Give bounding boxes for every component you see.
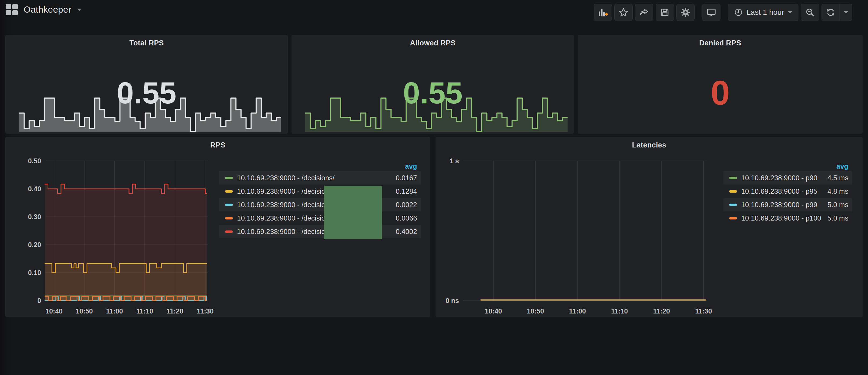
panel-latencies-graph[interactable]: Latencies 10:4010:5011:0011:1011:2011:30… — [436, 137, 863, 317]
stat-value: 0 — [578, 67, 862, 119]
panel-allowed-rps[interactable]: Allowed RPS 0.55 — [291, 35, 574, 133]
legend-row[interactable]: 10.10.69.238:9000 - p1005.0 ms — [723, 211, 852, 225]
legend-avg-value: 0.0066 — [396, 214, 417, 222]
legend-series-color-icon[interactable] — [225, 204, 233, 206]
refresh-button[interactable] — [822, 4, 840, 21]
svg-text:11:00: 11:00 — [569, 307, 586, 315]
panel-total-rps[interactable]: Total RPS 0.55 — [5, 35, 288, 133]
panel-title[interactable]: Denied RPS — [578, 39, 862, 47]
refresh-caret-icon — [844, 11, 848, 14]
time-range-caret-icon — [788, 11, 792, 14]
legend-avg-value: 0.1284 — [396, 187, 417, 195]
legend-series-color-icon[interactable] — [225, 190, 233, 193]
legend-row[interactable]: 10.10.69.238:9000 - p904.5 ms — [723, 171, 852, 185]
legend-avg-value: 0.0022 — [396, 201, 417, 209]
legend-series-label[interactable]: 10.10.69.238:9000 - p99 — [741, 201, 817, 209]
legend-series-label[interactable]: 10.10.69.238:9000 - /decisions/ — [237, 227, 335, 236]
tv-mode-icon — [706, 7, 716, 18]
legend-series-color-icon[interactable] — [225, 177, 233, 179]
legend-series-label[interactable]: 10.10.69.238:9000 - /decisions/ — [237, 187, 335, 195]
add-panel-button[interactable] — [594, 4, 612, 21]
tv-mode-button[interactable] — [702, 4, 720, 21]
svg-text:11:20: 11:20 — [166, 307, 184, 315]
save-icon — [660, 7, 670, 18]
svg-text:11:30: 11:30 — [197, 307, 214, 315]
legend-series-label[interactable]: 10.10.69.238:9000 - /decisions/ — [237, 201, 335, 209]
legend-avg-value: 5.0 ms — [828, 201, 848, 209]
refresh-interval-button[interactable] — [840, 4, 852, 21]
svg-text:10:40: 10:40 — [45, 307, 63, 315]
zoom-out-icon — [805, 7, 815, 18]
legend-row[interactable]: 10.10.69.238:9000 - /decisions/0.0022 — [219, 198, 421, 211]
svg-text:11:20: 11:20 — [653, 307, 670, 315]
legend-row[interactable]: 10.10.69.238:9000 - /decisions/0.1284 — [219, 185, 421, 198]
rps-legend: avg10.10.69.238:9000 - /decisions/0.0167… — [219, 161, 421, 238]
svg-text:1 s: 1 s — [450, 157, 459, 165]
gear-icon — [680, 7, 691, 18]
svg-text:11:00: 11:00 — [106, 307, 123, 315]
legend-series-label[interactable]: 10.10.69.238:9000 - p100 — [741, 214, 821, 222]
legend-row[interactable]: 10.10.69.238:9000 - /decisions/0.4002 — [219, 225, 421, 238]
legend-avg-value: 0.0167 — [396, 174, 417, 182]
panel-title[interactable]: Latencies — [436, 141, 862, 149]
svg-text:0.10: 0.10 — [28, 269, 41, 276]
dashboard-picker-icon[interactable] — [6, 4, 18, 15]
stat-value: 0.55 — [6, 73, 287, 113]
panel-denied-rps[interactable]: Denied RPS 0 — [578, 35, 863, 133]
legend-series-color-icon[interactable] — [225, 217, 233, 219]
svg-text:0.40: 0.40 — [28, 185, 41, 193]
legend-row[interactable]: 10.10.69.238:9000 - p995.0 ms — [723, 198, 852, 211]
legend-avg-value: 0.4002 — [396, 227, 417, 236]
legend-row[interactable]: 10.10.69.238:9000 - /decisions/0.0066 — [219, 211, 421, 225]
legend-series-color-icon[interactable] — [729, 177, 737, 179]
panel-rps-graph[interactable]: RPS 10:4010:5011:0011:1011:2011:3000.100… — [5, 137, 430, 317]
legend-avg-value: 4.8 ms — [828, 187, 848, 195]
legend-avg-header[interactable]: avg — [219, 161, 421, 171]
svg-text:0 ns: 0 ns — [445, 297, 459, 304]
legend-avg-header[interactable]: avg — [723, 161, 852, 171]
share-button[interactable] — [635, 4, 653, 21]
svg-text:0.50: 0.50 — [28, 157, 41, 165]
refresh-icon — [826, 7, 836, 18]
svg-text:10:50: 10:50 — [527, 307, 544, 315]
dashboard-title-caret-icon[interactable] — [77, 9, 82, 11]
svg-text:10:50: 10:50 — [76, 307, 93, 315]
svg-text:0: 0 — [37, 297, 41, 304]
legend-series-color-icon[interactable] — [729, 190, 737, 193]
svg-text:11:10: 11:10 — [136, 307, 153, 315]
legend-series-label[interactable]: 10.10.69.238:9000 - /decisions/ — [237, 174, 335, 182]
legend-row[interactable]: 10.10.69.238:9000 - /decisions/0.0167 — [219, 171, 421, 185]
legend-series-color-icon[interactable] — [729, 217, 737, 219]
svg-text:10:40: 10:40 — [485, 307, 502, 315]
legend-avg-value: 5.0 ms — [828, 214, 848, 222]
green-overlay — [324, 186, 382, 239]
share-icon — [639, 7, 649, 18]
star-button[interactable] — [614, 4, 632, 21]
panel-title[interactable]: Allowed RPS — [292, 39, 574, 47]
add-panel-icon — [597, 7, 608, 18]
star-icon — [618, 7, 628, 18]
legend-series-label[interactable]: 10.10.69.238:9000 - p95 — [741, 187, 817, 195]
zoom-out-button[interactable] — [801, 4, 819, 21]
legend-series-label[interactable]: 10.10.69.238:9000 - /decisions/ — [237, 214, 335, 222]
settings-button[interactable] — [676, 4, 695, 21]
time-range-picker[interactable]: Last 1 hour — [728, 4, 798, 21]
legend-series-label[interactable]: 10.10.69.238:9000 - p90 — [741, 174, 817, 182]
svg-text:11:10: 11:10 — [611, 307, 628, 315]
panel-title[interactable]: Total RPS — [6, 39, 287, 47]
svg-text:0.20: 0.20 — [28, 241, 41, 248]
time-range-label: Last 1 hour — [747, 8, 784, 17]
latencies-legend: avg10.10.69.238:9000 - p904.5 ms10.10.69… — [723, 161, 852, 225]
panel-title[interactable]: RPS — [6, 141, 430, 149]
save-button[interactable] — [656, 4, 674, 21]
dashboard-page: Oathkeeper — [0, 0, 868, 375]
legend-series-color-icon[interactable] — [225, 230, 233, 233]
legend-series-color-icon[interactable] — [729, 204, 737, 206]
navbar: Oathkeeper — [0, 0, 868, 25]
stat-value: 0.55 — [292, 73, 574, 113]
legend-avg-value: 4.5 ms — [828, 174, 848, 182]
dashboard-title[interactable]: Oathkeeper — [24, 5, 71, 15]
clock-icon — [734, 8, 743, 17]
legend-row[interactable]: 10.10.69.238:9000 - p954.8 ms — [723, 185, 852, 198]
svg-text:11:30: 11:30 — [695, 307, 712, 315]
